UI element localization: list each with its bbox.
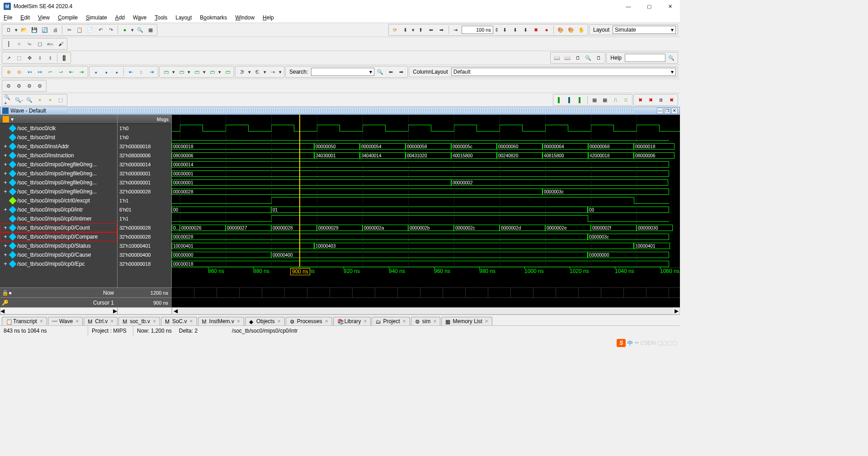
signal-row[interactable]: +/soc_tb/soc0/mips0/cp0/Epc xyxy=(0,259,117,268)
zoom-reg-icon[interactable]: ⬚ xyxy=(56,95,65,104)
help-go-icon[interactable]: 🔍 xyxy=(667,53,676,62)
gear3-icon[interactable]: ⚙ xyxy=(25,81,34,90)
dropdown-icon[interactable]: ▾ xyxy=(14,25,18,34)
signal-row[interactable]: +/soc_tb/soc0/instAddr xyxy=(0,142,117,151)
menu-simulate[interactable]: Simulate xyxy=(86,14,107,21)
select-icon[interactable]: ⬚ xyxy=(14,53,24,62)
wave-row[interactable] xyxy=(172,124,680,133)
signal-row[interactable]: +/soc_tb/soc0/mips0/regfile0/reg... xyxy=(0,178,117,187)
wave-row[interactable] xyxy=(172,196,680,205)
wave-disp2-icon[interactable]: ▌ xyxy=(566,95,575,104)
zoom-in-icon[interactable]: 🔍+ xyxy=(4,95,13,104)
cut-icon[interactable]: ✂ xyxy=(65,25,74,34)
redo-icon[interactable]: ↷ xyxy=(106,25,115,34)
db4-icon[interactable]: 🗃 xyxy=(208,67,217,76)
search-go-icon[interactable]: 🔍 xyxy=(376,67,385,76)
dd-icon[interactable]: ▾ xyxy=(218,67,222,76)
tab-close-icon[interactable]: × xyxy=(75,318,79,324)
tab-close-icon[interactable]: × xyxy=(40,318,43,324)
signal-row[interactable]: +/soc_tb/soc0/mips0/regfile0/reg... xyxy=(0,187,117,196)
tab-soctbv[interactable]: Msoc_tb.v× xyxy=(118,317,160,325)
edge-l-icon[interactable]: ⤺ xyxy=(46,67,55,76)
wave-disp4-icon[interactable]: ▦ xyxy=(590,95,599,104)
bluec-icon[interactable]: ⇥ xyxy=(147,67,156,76)
zoom-sel-icon[interactable]: ⌖ xyxy=(46,95,55,104)
wave-row[interactable]: 000000180000005000000054000000580000005c… xyxy=(172,142,680,151)
signal-row[interactable]: /soc_tb/soc0/rst xyxy=(0,133,117,142)
print-icon[interactable]: 🖨 xyxy=(51,25,60,34)
wave-row[interactable]: 000000280000003c xyxy=(172,232,680,241)
column-layout-combo[interactable]: Default▾ xyxy=(451,68,676,76)
signal-row[interactable]: +/soc_tb/soc0/mips0/regfile0/reg... xyxy=(0,169,117,178)
signal-row[interactable]: /soc_tb/soc0/mips0/cp0/intimer xyxy=(0,214,117,223)
traffic-icon[interactable]: 🚦 xyxy=(60,53,69,62)
book4-icon[interactable]: 🔍 xyxy=(584,53,593,62)
menu-layout[interactable]: Layout xyxy=(175,14,192,21)
all-icon[interactable]: ALL xyxy=(46,39,55,48)
cursor-l-icon[interactable]: ↤ xyxy=(25,67,34,76)
time-ruler[interactable]: 860 ns880 ns900 ns920 ns940 ns960 ns980 … xyxy=(172,268,680,277)
signal-row[interactable]: +/soc_tb/soc0/instruction xyxy=(0,151,117,160)
help-input[interactable] xyxy=(625,54,665,62)
tab-close-icon[interactable]: × xyxy=(153,318,156,324)
tab-transcript[interactable]: 📋Transcript× xyxy=(2,317,47,325)
menu-window[interactable]: Window xyxy=(235,14,255,21)
wave-row[interactable]: 100004011000040310000401 xyxy=(172,241,680,250)
cursor-line[interactable] xyxy=(299,115,300,267)
blueb-icon[interactable]: ↕ xyxy=(137,67,146,76)
dd-icon[interactable]: ▾ xyxy=(278,67,282,76)
new-icon[interactable]: 🗋 xyxy=(4,25,13,34)
run3-icon[interactable]: ⬇ xyxy=(521,25,530,34)
tab-close-icon[interactable]: × xyxy=(278,318,281,324)
tab-ctrlv[interactable]: MCtrl.v× xyxy=(84,317,118,325)
dropdown-icon[interactable]: ▾ xyxy=(131,25,134,34)
wave-row[interactable] xyxy=(172,133,680,142)
run-step-icon[interactable]: ⇥ xyxy=(451,25,460,34)
break-icon[interactable]: ✖ xyxy=(532,25,541,34)
gear1-icon[interactable]: ⚙ xyxy=(4,81,13,90)
run-icon[interactable]: ⟳ xyxy=(391,25,400,34)
toggle4-icon[interactable]: ▢ xyxy=(35,39,44,48)
blue3-icon[interactable]: ⬥ xyxy=(112,67,121,76)
blue2-icon[interactable]: ⬥ xyxy=(102,67,111,76)
db3-icon[interactable]: 🗃 xyxy=(192,67,201,76)
up-icon[interactable]: ⬆ xyxy=(416,25,425,34)
left-icon[interactable]: ⬅ xyxy=(427,25,436,34)
wave-canvas[interactable]: 000000180000005000000054000000580000005c… xyxy=(172,115,680,287)
zoom-full-icon[interactable]: 🔍 xyxy=(25,95,34,104)
wave-disp6-icon[interactable]: ⎍ xyxy=(611,95,620,104)
stop-icon[interactable]: ● xyxy=(542,25,551,34)
maximize-button[interactable]: ▢ xyxy=(643,2,656,11)
blue1-icon[interactable]: ⬥ xyxy=(91,67,100,76)
run2-icon[interactable]: ⬇ xyxy=(511,25,520,34)
book2-icon[interactable]: 📖 xyxy=(563,53,572,62)
wave-disp1-icon[interactable]: ▌ xyxy=(555,95,564,104)
save-icon[interactable]: 💾 xyxy=(30,25,39,34)
move-icon[interactable]: ✥ xyxy=(25,53,34,62)
tab-close-icon[interactable]: × xyxy=(190,318,193,324)
search-next-icon[interactable]: ➡ xyxy=(396,67,406,76)
bluea-icon[interactable]: ⇤ xyxy=(126,67,135,76)
tab-socv[interactable]: MSoC.v× xyxy=(161,317,197,325)
toggle1-icon[interactable]: ┇ xyxy=(4,39,13,48)
wave-row[interactable]: 000100 xyxy=(172,205,680,214)
doc-icon[interactable]: 🗎 xyxy=(656,95,665,104)
db1-icon[interactable]: 🗃 xyxy=(161,67,170,76)
copy-icon[interactable]: 📋 xyxy=(75,25,84,34)
tab-close-icon[interactable]: × xyxy=(363,318,367,324)
panel-max-button[interactable]: ❐ xyxy=(664,108,670,114)
del2-icon[interactable]: ✖ xyxy=(646,95,655,104)
tab-sim[interactable]: ⚙sim× xyxy=(411,317,441,325)
h-scrollbar[interactable]: ◀▶ ◀▶ xyxy=(0,307,680,315)
gear4-icon[interactable]: ⚙ xyxy=(35,81,44,90)
add-icon[interactable]: ● xyxy=(120,25,129,34)
close-button[interactable]: ✕ xyxy=(664,2,676,11)
zoom-cur-icon[interactable]: ⌖ xyxy=(35,95,44,104)
run1-icon[interactable]: ⬇ xyxy=(500,25,509,34)
panel-min-button[interactable]: — xyxy=(657,108,663,114)
layout-combo[interactable]: Simulate▾ xyxy=(613,26,676,34)
jump-r-icon[interactable]: ⇥ xyxy=(77,67,86,76)
panel-close-button[interactable]: ✕ xyxy=(671,108,678,114)
pointer-icon[interactable]: ➚ xyxy=(4,53,13,62)
search-combo[interactable]: ▾ xyxy=(311,68,374,76)
